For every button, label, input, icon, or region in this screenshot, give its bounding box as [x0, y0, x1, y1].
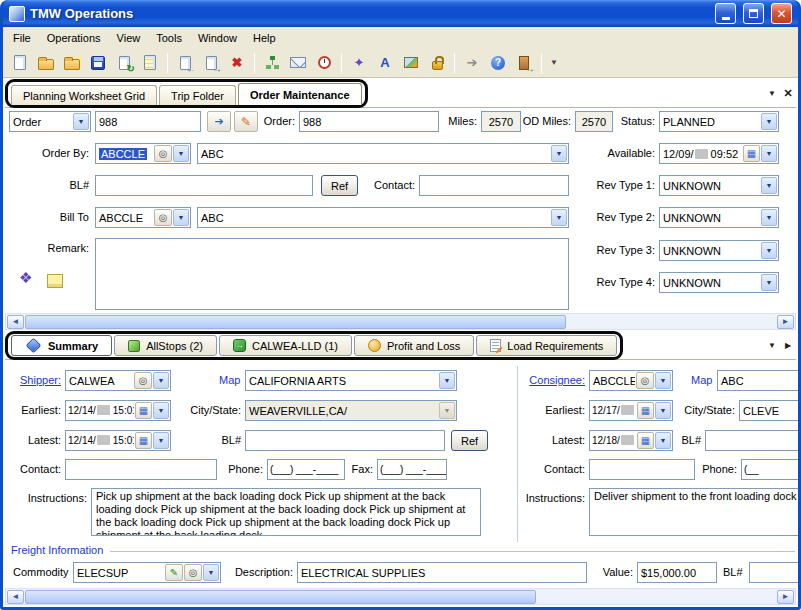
shipper-fax-input[interactable]: (___) ___-____	[377, 459, 447, 480]
chevron-down-icon[interactable]: ▼	[655, 432, 671, 449]
maximize-button[interactable]	[743, 3, 764, 24]
exit-icon[interactable]: →	[512, 51, 536, 75]
calendar-icon[interactable]: ▦	[743, 145, 760, 162]
calendar-icon[interactable]: ▦	[135, 432, 152, 449]
lookup-icon[interactable]: ◎	[154, 145, 172, 162]
close-tab-icon[interactable]: ✕	[780, 86, 796, 102]
chevron-down-icon[interactable]: ▼	[761, 209, 777, 226]
chevron-down-icon[interactable]: ▼	[73, 113, 89, 130]
wizard-icon[interactable]: ✦	[347, 51, 371, 75]
chevron-down-icon[interactable]: ▼	[764, 86, 780, 102]
lower-horizontal-scrollbar[interactable]: ◄ ►	[5, 588, 796, 605]
chevron-down-icon[interactable]: ▼	[764, 338, 780, 354]
commodity-combo[interactable]: ELECSUP ✎ ◎ ▼	[73, 562, 221, 583]
chevron-down-icon[interactable]: ▼	[153, 372, 169, 389]
tree-view-icon[interactable]	[260, 51, 284, 75]
value-input[interactable]: $15,000.00	[637, 562, 717, 583]
consignee-link[interactable]: Consignee:	[517, 370, 585, 391]
rev-type4-combo[interactable]: UNKNOWN ▼	[659, 272, 779, 293]
consignee-combo[interactable]: ABCCLE ◎ ▼	[589, 370, 673, 391]
remark-textarea[interactable]	[95, 238, 569, 310]
export-icon[interactable]: →	[199, 51, 223, 75]
tab-profit-and-loss[interactable]: Profit and Loss	[354, 335, 474, 356]
save-icon[interactable]	[86, 51, 110, 75]
scrollbar-thumb[interactable]	[25, 315, 566, 329]
chevron-down-icon[interactable]: ▼	[655, 402, 671, 419]
freight-bl-input[interactable]	[749, 562, 798, 583]
menu-tools[interactable]: Tools	[148, 29, 190, 47]
lock-icon[interactable]	[425, 51, 449, 75]
upper-horizontal-scrollbar[interactable]: ◄ ►	[5, 313, 796, 330]
chevron-down-icon[interactable]: ▼	[761, 177, 777, 194]
calendar-icon[interactable]: ▦	[637, 432, 654, 449]
shipper-combo[interactable]: CALWEA ◎ ▼	[65, 370, 171, 391]
shipper-earliest-date[interactable]: 12/14/15:01 ▦ ▼	[65, 400, 171, 421]
close-button[interactable]: ✕	[771, 3, 792, 24]
chevron-down-icon[interactable]: ▼	[761, 242, 777, 259]
mail-icon[interactable]	[286, 51, 310, 75]
consignee-phone-input[interactable]: (__	[741, 459, 798, 480]
scroll-left-icon[interactable]: ◄	[7, 315, 24, 329]
consignee-contact-input[interactable]	[589, 459, 695, 480]
folders-icon[interactable]	[60, 51, 84, 75]
bl-number-input[interactable]	[95, 175, 313, 196]
rev-type2-combo[interactable]: UNKNOWN ▼	[659, 207, 779, 228]
tab-trip-folder[interactable]: Trip Folder	[159, 85, 236, 105]
stamp-icon[interactable]: ❖	[19, 270, 32, 285]
open-folder-icon[interactable]	[34, 51, 58, 75]
shipper-contact-input[interactable]	[65, 459, 217, 480]
chevron-down-icon[interactable]: ▼	[551, 209, 567, 226]
new-icon[interactable]	[8, 51, 32, 75]
note-icon[interactable]	[47, 274, 63, 288]
shipper-instructions-textarea[interactable]: Pick up shipment at the back loading doc…	[91, 488, 481, 536]
consignee-map-link[interactable]: Map	[691, 370, 712, 391]
delete-icon[interactable]: ✖	[225, 51, 249, 75]
lookup-icon[interactable]: ◎	[636, 372, 654, 389]
chevron-down-icon[interactable]: ▼	[761, 274, 777, 291]
shipper-bl-input[interactable]	[245, 430, 445, 451]
chevron-down-icon[interactable]: ▼	[153, 402, 169, 419]
help-icon[interactable]: ?	[486, 51, 510, 75]
shipper-map-link[interactable]: Map	[219, 370, 240, 391]
menu-view[interactable]: View	[109, 29, 149, 47]
consignee-latest-date[interactable]: 12/18/01:59 ▦ ▼	[589, 430, 673, 451]
chevron-down-icon[interactable]: ▼	[439, 372, 455, 389]
scrollbar-track[interactable]	[25, 590, 776, 604]
shipper-phone-input[interactable]: (___) ___-____	[267, 459, 345, 480]
bill-to-name-combo[interactable]: ABC ▼	[197, 207, 569, 228]
available-date-field[interactable]: 12/09/09:52 ▦ ▼	[659, 143, 779, 164]
scroll-right-icon[interactable]: ►	[777, 315, 794, 329]
shipper-ref-button[interactable]: Ref	[451, 430, 488, 451]
scroll-right-icon[interactable]: ►	[777, 590, 794, 604]
chevron-down-icon[interactable]: ▼	[153, 432, 169, 449]
minimize-button[interactable]	[715, 3, 736, 24]
next-tab-icon[interactable]: ▶	[780, 338, 796, 354]
consignee-earliest-date[interactable]: 12/17/23:29 ▦ ▼	[589, 400, 673, 421]
bill-to-combo[interactable]: ABCCLE ◎ ▼	[95, 207, 191, 228]
menu-file[interactable]: File	[5, 29, 39, 47]
edit-commodity-icon[interactable]: ✎	[165, 564, 183, 581]
scroll-left-icon[interactable]: ◄	[7, 590, 24, 604]
scrollbar-track[interactable]	[25, 315, 776, 329]
chevron-down-icon[interactable]: ▼	[761, 113, 777, 130]
tab-stop-calwea-lld[interactable]: →CALWEA-LLD (1)	[219, 335, 352, 356]
lookup-icon[interactable]: ◎	[184, 564, 202, 581]
tab-allstops[interactable]: AllStops (2)	[114, 335, 217, 356]
consignee-instructions-textarea[interactable]: Deliver shipment to the front loading do…	[589, 488, 798, 536]
freight-section-title[interactable]: Freight Information	[11, 544, 103, 556]
notes-icon[interactable]	[138, 51, 162, 75]
rev-type3-combo[interactable]: UNKNOWN ▼	[659, 240, 779, 261]
calendar-icon[interactable]: ▦	[637, 402, 654, 419]
toolbar-overflow-icon[interactable]: ▼	[547, 51, 561, 75]
description-input[interactable]: ELECTRICAL SUPPLIES	[297, 562, 587, 583]
tab-order-maintenance[interactable]: Order Maintenance	[238, 83, 362, 105]
menu-operations[interactable]: Operations	[39, 29, 109, 47]
menu-help[interactable]: Help	[245, 29, 284, 47]
consignee-name-combo[interactable]: ABC	[717, 370, 798, 391]
consignee-city-state-combo[interactable]: CLEVE	[739, 400, 798, 421]
view-order-icon[interactable]: ➔	[207, 111, 231, 132]
calendar-icon[interactable]: ▦	[135, 402, 152, 419]
clock-icon[interactable]	[312, 51, 336, 75]
search-input[interactable]: 988	[95, 111, 201, 132]
order-number-field[interactable]: 988	[299, 111, 439, 132]
